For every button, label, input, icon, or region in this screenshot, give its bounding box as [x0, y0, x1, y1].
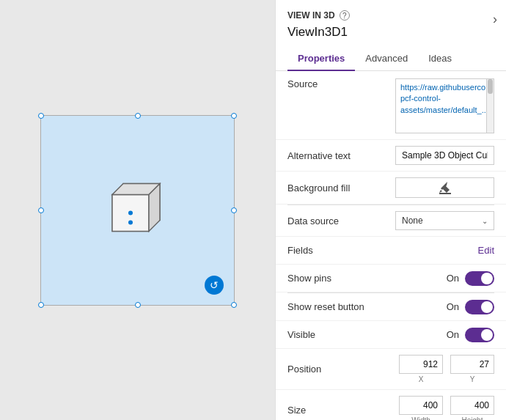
fields-label: Fields [287, 245, 390, 256]
show-pins-toggle[interactable] [465, 271, 494, 286]
visible-on-label: On [447, 329, 459, 340]
tabs-row: Properties Advanced Ideas [287, 47, 494, 70]
show-pins-toggle-container: On [447, 271, 494, 286]
data-source-label: Data source [287, 215, 390, 226]
position-coords: X Y [399, 355, 494, 383]
data-source-value: None ⌄ [390, 211, 494, 230]
handle-top-center[interactable] [135, 113, 141, 119]
tab-properties[interactable]: Properties [287, 47, 355, 71]
source-text: https://raw.githubusercontent.com/micros… [400, 83, 494, 114]
svg-point-6 [128, 220, 133, 224]
size-width-label: Width [411, 416, 430, 420]
rotate-handle[interactable]: ↺ [205, 276, 224, 295]
size-width-group: Width [399, 396, 443, 420]
handle-bottom-right[interactable] [231, 302, 237, 308]
tab-ideas[interactable]: Ideas [418, 47, 462, 71]
position-row: Position X Y [276, 349, 506, 390]
show-reset-on-label: On [447, 301, 459, 312]
size-label: Size [287, 405, 390, 416]
background-fill-button[interactable] [395, 177, 494, 198]
data-source-selected: None [402, 215, 423, 226]
show-reset-toggle-container: On [447, 300, 494, 314]
alt-text-row: Alternative text [276, 140, 506, 172]
handle-bottom-left[interactable] [38, 302, 44, 308]
selection-box[interactable]: ↺ [40, 115, 235, 306]
show-pins-value: On [390, 271, 494, 286]
svg-point-5 [128, 210, 133, 215]
size-value: Width Height [390, 396, 494, 420]
fill-icon [438, 180, 452, 195]
handle-bottom-center[interactable] [135, 302, 141, 308]
background-fill-row: Background fill [276, 172, 506, 205]
visible-toggle[interactable] [465, 328, 494, 342]
data-source-dropdown[interactable]: None ⌄ [395, 211, 494, 230]
alt-text-input[interactable] [395, 146, 494, 165]
alt-text-value [390, 146, 494, 165]
size-height-input[interactable] [450, 396, 494, 415]
visible-row: Visible On [276, 321, 506, 349]
size-row: Size Width Height [276, 390, 506, 420]
canvas-area: ↺ [0, 0, 275, 420]
alt-text-label: Alternative text [287, 150, 390, 161]
size-height-group: Height [450, 396, 494, 420]
source-input[interactable]: https://raw.githubusercontent.com/micros… [395, 78, 494, 133]
background-fill-label: Background fill [287, 183, 390, 194]
panel-header: VIEW IN 3D ? ViewIn3D1 Properties Advanc… [276, 0, 506, 71]
show-reset-label: Show reset button [287, 301, 390, 312]
source-row: Source https://raw.githubusercontent.com… [276, 71, 506, 140]
show-pins-on-label: On [447, 273, 459, 284]
size-width-input[interactable] [399, 396, 443, 415]
visible-toggle-container: On [447, 328, 494, 342]
expand-panel-button[interactable]: › [484, 10, 506, 28]
data-source-row: Data source None ⌄ [276, 205, 506, 237]
show-pins-row: Show pins On [276, 265, 506, 292]
3d-object-preview [105, 176, 171, 244]
data-source-chevron: ⌄ [482, 217, 488, 225]
background-fill-value [390, 177, 494, 198]
source-value-container: https://raw.githubusercontent.com/micros… [390, 78, 494, 133]
fields-value: Edit [390, 245, 494, 256]
position-y-group: Y [450, 355, 494, 383]
handle-top-left[interactable] [38, 113, 44, 119]
position-y-input[interactable] [450, 355, 494, 374]
right-panel: VIEW IN 3D ? ViewIn3D1 Properties Advanc… [275, 0, 506, 420]
handle-top-right[interactable] [231, 113, 237, 119]
show-pins-label: Show pins [287, 273, 390, 284]
show-reset-row: Show reset button On [276, 293, 506, 321]
view-in-3d-label: VIEW IN 3D [287, 10, 335, 21]
position-y-label: Y [470, 375, 475, 383]
show-reset-toggle[interactable] [465, 300, 494, 314]
position-x-group: X [399, 355, 443, 383]
position-label: Position [287, 364, 390, 375]
visible-label: Visible [287, 329, 390, 340]
handle-middle-right[interactable] [231, 207, 237, 213]
help-icon[interactable]: ? [340, 10, 350, 21]
position-x-label: X [419, 375, 424, 383]
show-reset-value: On [390, 300, 494, 314]
size-height-label: Height [462, 416, 483, 420]
fields-edit-button[interactable]: Edit [478, 245, 494, 256]
position-value: X Y [390, 355, 494, 383]
panel-title: ViewIn3D1 [287, 25, 494, 40]
visible-value: On [390, 328, 494, 342]
view-in-3d-row: VIEW IN 3D ? [287, 10, 494, 21]
source-label: Source [287, 78, 390, 89]
size-coords: Width Height [399, 396, 494, 420]
tab-advanced[interactable]: Advanced [355, 47, 418, 71]
svg-rect-7 [439, 193, 451, 194]
properties-content: Source https://raw.githubusercontent.com… [276, 71, 506, 420]
position-x-input[interactable] [399, 355, 443, 374]
fields-row: Fields Edit [276, 237, 506, 265]
handle-middle-left[interactable] [38, 207, 44, 213]
